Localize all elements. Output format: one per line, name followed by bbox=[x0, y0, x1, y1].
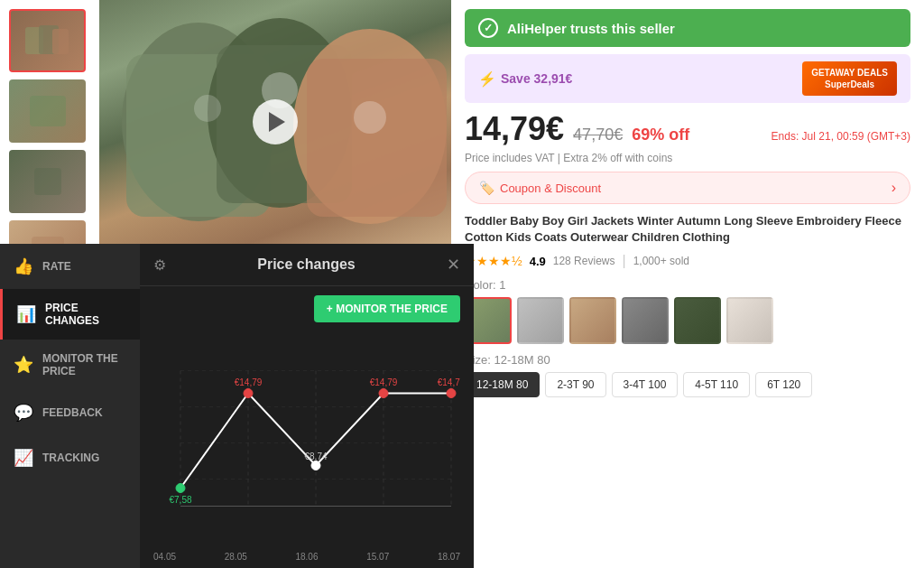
rating-number: 4.9 bbox=[530, 255, 546, 268]
chart-area: €7,58 €14,79 €8,74 €14,79 €14,79 bbox=[140, 331, 474, 550]
play-button[interactable] bbox=[253, 99, 298, 144]
price-label-3: €8,74 bbox=[304, 452, 327, 461]
color-swatch-5[interactable] bbox=[674, 297, 721, 344]
product-info-panel: ✓ AliHelper trusts this seller ⚡ Save 32… bbox=[451, 0, 924, 568]
svg-rect-3 bbox=[30, 96, 66, 126]
price-chart-svg: €7,58 €14,79 €8,74 €14,79 €14,79 bbox=[153, 340, 460, 545]
thumb-img-3 bbox=[21, 159, 75, 204]
main-product-image bbox=[99, 0, 451, 244]
size-buttons: 12-18M 80 2-3T 90 3-4T 100 4-5T 110 6T 1… bbox=[465, 372, 910, 397]
x-label-2: 18.06 bbox=[295, 552, 318, 562]
star-icon: ⭐ bbox=[14, 355, 33, 375]
sidebar-monitor-label: MONITOR THE PRICE bbox=[42, 352, 118, 377]
label-price: PRICE bbox=[45, 302, 99, 314]
price-label-2: €14,79 bbox=[235, 377, 263, 387]
trust-check-icon: ✓ bbox=[478, 18, 498, 38]
color-swatch-6[interactable] bbox=[726, 297, 773, 344]
data-point-1 bbox=[176, 484, 185, 493]
coupon-button[interactable]: 🏷️ Coupon & Discount › bbox=[465, 172, 910, 204]
deals-line2: SuperDeals bbox=[811, 79, 888, 90]
deals-badge: GETAWAY DEALS SuperDeals bbox=[802, 61, 897, 96]
save-bar: ⚡ Save 32,91€ GETAWAY DEALS SuperDeals bbox=[465, 54, 910, 103]
vat-text: Price includes VAT | Extra 2% off with c… bbox=[465, 152, 910, 164]
x-label-1: 28.05 bbox=[225, 552, 247, 562]
current-price: 14,79€ bbox=[465, 110, 564, 148]
tracking-icon: 📈 bbox=[14, 448, 33, 468]
reviews-count: 128 Reviews bbox=[553, 255, 615, 267]
ends-text: Ends: Jul 21, 00:59 (GMT+3) bbox=[772, 130, 910, 143]
size-btn-0[interactable]: 12-18M 80 bbox=[465, 372, 540, 397]
modal-title: Price changes bbox=[257, 256, 356, 273]
divider: | bbox=[622, 253, 625, 269]
color-swatch-2[interactable] bbox=[517, 297, 564, 344]
label-changes: CHANGES bbox=[45, 314, 99, 327]
price-changes-modal: ⚙ Price changes ✕ + MONITOR THE PRICE bbox=[140, 244, 474, 568]
modal-header: ⚙ Price changes ✕ bbox=[140, 244, 474, 286]
label-monitor: MONITOR THE bbox=[42, 352, 118, 365]
color-swatch-3[interactable] bbox=[569, 297, 616, 344]
data-point-3 bbox=[311, 461, 320, 470]
size-label: Size: 12-18M 80 bbox=[465, 353, 910, 367]
sidebar-rate-label: RATE bbox=[42, 260, 71, 273]
x-label-4: 18.07 bbox=[438, 552, 460, 562]
x-label-0: 04.05 bbox=[153, 552, 176, 562]
price-label-5: €14,79 bbox=[438, 377, 460, 387]
lightning-icon: ⚡ bbox=[478, 70, 496, 88]
sidebar-item-tracking[interactable]: 📈 TRACKING bbox=[0, 435, 140, 480]
product-title: Toddler Baby Boy Girl Jackets Winter Aut… bbox=[465, 213, 910, 246]
color-label: Color: 1 bbox=[465, 278, 910, 292]
size-btn-4[interactable]: 6T 120 bbox=[755, 372, 812, 397]
original-price: 47,70€ bbox=[573, 126, 623, 144]
trust-label: AliHelper trusts this seller bbox=[507, 21, 675, 36]
svg-rect-2 bbox=[52, 29, 69, 54]
discount-percent: 69% off bbox=[632, 126, 689, 144]
svg-point-14 bbox=[194, 95, 221, 122]
color-swatch-4[interactable] bbox=[622, 297, 669, 344]
sidebar-item-price-changes[interactable]: 📊 PRICE CHANGES bbox=[0, 289, 140, 340]
svg-point-13 bbox=[354, 101, 386, 134]
save-amount: ⚡ Save 32,91€ bbox=[478, 70, 572, 88]
svg-rect-11 bbox=[307, 59, 447, 217]
size-btn-2[interactable]: 3-4T 100 bbox=[612, 372, 679, 397]
sidebar-item-feedback[interactable]: 💬 FEEDBACK bbox=[0, 390, 140, 435]
price-row: 14,79€ 47,70€ 69% off Ends: Jul 21, 00:5… bbox=[465, 110, 910, 148]
save-text: Save 32,91€ bbox=[501, 71, 572, 86]
data-point-5 bbox=[447, 389, 456, 398]
thumb-img-2 bbox=[21, 88, 75, 134]
price-label-4: €14,79 bbox=[370, 377, 398, 387]
sidebar-price-changes-label: PRICE CHANGES bbox=[45, 302, 99, 327]
rating-row: ★★★★½ 4.9 128 Reviews | 1,000+ sold bbox=[465, 253, 910, 269]
close-icon[interactable]: ✕ bbox=[447, 255, 460, 275]
size-btn-1[interactable]: 2-3T 90 bbox=[545, 372, 605, 397]
label-price2: PRICE bbox=[42, 365, 118, 377]
data-point-2 bbox=[244, 389, 253, 398]
color-swatches bbox=[465, 297, 910, 344]
thumbnail-1[interactable] bbox=[9, 9, 86, 72]
chart-icon: 📊 bbox=[16, 304, 36, 324]
thumbnail-3[interactable] bbox=[9, 150, 86, 213]
x-axis-labels: 04.05 28.05 18.06 15.07 18.07 bbox=[140, 550, 474, 568]
trust-banner: ✓ AliHelper trusts this seller bbox=[465, 9, 910, 47]
monitor-price-button[interactable]: + MONITOR THE PRICE bbox=[314, 295, 460, 322]
sold-count: 1,000+ sold bbox=[633, 255, 689, 267]
sidebar-feedback-label: FEEDBACK bbox=[42, 406, 103, 419]
data-point-4 bbox=[379, 389, 388, 398]
coupon-icon: 🏷️ bbox=[479, 181, 494, 195]
sidebar-tracking-label: TRACKING bbox=[42, 452, 99, 464]
size-btn-3[interactable]: 4-5T 110 bbox=[683, 372, 750, 397]
thumbnail-2[interactable] bbox=[9, 79, 86, 143]
sidebar-item-rate[interactable]: 👍 RATE bbox=[0, 244, 140, 289]
price-label-1: €7,58 bbox=[169, 495, 191, 505]
settings-icon[interactable]: ⚙ bbox=[153, 256, 166, 274]
coupon-chevron-icon: › bbox=[892, 180, 896, 196]
coupon-label: Coupon & Discount bbox=[500, 182, 601, 195]
svg-rect-4 bbox=[34, 168, 61, 195]
thumb-img-1 bbox=[21, 18, 75, 63]
chat-icon: 💬 bbox=[14, 403, 33, 423]
thumbsup-icon: 👍 bbox=[14, 256, 33, 276]
deals-line1: GETAWAY DEALS bbox=[811, 67, 888, 79]
x-label-3: 15.07 bbox=[366, 552, 389, 562]
sidebar: 👍 RATE 📊 PRICE CHANGES ⭐ MONITOR THE PRI… bbox=[0, 244, 140, 568]
sidebar-item-monitor[interactable]: ⭐ MONITOR THE PRICE bbox=[0, 340, 140, 390]
